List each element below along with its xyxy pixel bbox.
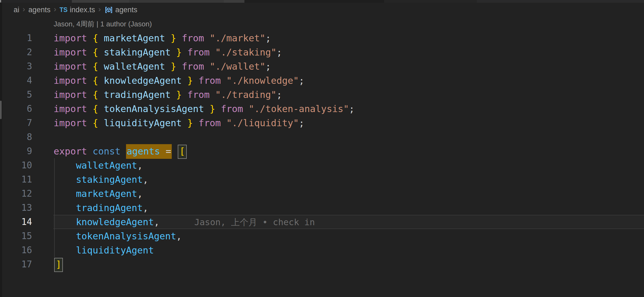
- word-occurrence-highlight: agents =: [126, 144, 172, 159]
- code-token: from: [182, 61, 210, 72]
- code-token: walletAgent: [76, 160, 137, 171]
- code-token: liquidityAgent: [76, 245, 154, 256]
- code-token: ;: [277, 89, 282, 100]
- code-line[interactable]: 13 tradingAgent,: [0, 201, 644, 215]
- code-token: stakingAgent: [104, 47, 171, 58]
- code-token: {: [93, 33, 104, 44]
- line-number: 9: [0, 144, 32, 158]
- line-number: 11: [0, 172, 32, 187]
- line-content: export const agents = [: [54, 144, 187, 158]
- tab-top[interactable]: [0, 0, 72, 3]
- code-editor[interactable]: Jason, 4周前 | 1 author (Jason) 1import { …: [0, 17, 644, 297]
- code-line[interactable]: 6import { tokenAnalysisAgent } from "./t…: [0, 102, 644, 116]
- code-token: ,: [137, 160, 143, 171]
- code-token: agents: [127, 146, 160, 157]
- code-token: "./wallet": [210, 61, 265, 72]
- tab-top[interactable]: [384, 0, 477, 3]
- line-content: tradingAgent,: [54, 201, 148, 215]
- line-content: knowledgeAgent,Jason, 上个月 • check in: [54, 215, 315, 229]
- tab-top[interactable]: [224, 0, 244, 3]
- code-line[interactable]: 14 knowledgeAgent,Jason, 上个月 • check in: [0, 215, 644, 229]
- line-content: ]: [54, 257, 63, 271]
- code-token: from: [187, 89, 215, 100]
- code-token: ;: [265, 33, 271, 44]
- line-number: 14: [0, 215, 32, 229]
- code-token: ,: [143, 202, 148, 213]
- code-token: from: [198, 75, 226, 86]
- code-token: [54, 174, 76, 185]
- code-token: tokenAnalysisAgent: [104, 103, 204, 114]
- tab-top[interactable]: [477, 0, 644, 3]
- code-token: "./market": [210, 33, 265, 44]
- code-token: }: [204, 103, 221, 114]
- code-token: ,: [137, 188, 143, 199]
- tab-top[interactable]: [244, 0, 384, 3]
- code-token: stakingAgent: [76, 174, 143, 185]
- code-line[interactable]: 4import { knowledgeAgent } from "./knowl…: [0, 73, 644, 88]
- code-token: }: [171, 47, 187, 58]
- code-line[interactable]: 9export const agents = [: [0, 144, 644, 158]
- line-number: 2: [0, 45, 32, 59]
- breadcrumb-item-agents-folder[interactable]: agents: [28, 6, 50, 14]
- code-line[interactable]: 17]: [0, 257, 644, 271]
- code-token: import: [54, 117, 93, 128]
- code-token: from: [187, 47, 215, 58]
- line-number: 16: [0, 243, 32, 257]
- tab-top[interactable]: [72, 0, 129, 3]
- tab-top[interactable]: [129, 0, 224, 3]
- left-edge-highlight: [0, 0, 1, 2]
- code-token: from: [221, 103, 249, 114]
- code-token: tokenAnalysisAgent: [76, 231, 176, 242]
- breadcrumb-item-ai[interactable]: ai: [14, 6, 19, 14]
- breadcrumb-item-index-ts[interactable]: TS index.ts: [60, 6, 95, 14]
- code-token: }: [171, 89, 187, 100]
- code-token: import: [54, 103, 93, 114]
- code-line[interactable]: 8: [0, 130, 644, 144]
- breadcrumb-item-agents-symbol[interactable]: agents: [104, 5, 137, 14]
- code-token: [172, 146, 177, 157]
- gitlens-authors-lens[interactable]: Jason, 4周前 | 1 author (Jason): [0, 17, 644, 31]
- code-token: knowledgeAgent: [104, 75, 182, 86]
- code-token: {: [93, 103, 104, 114]
- code-token: {: [93, 117, 104, 128]
- code-line[interactable]: 11 stakingAgent,: [0, 172, 644, 187]
- code-line[interactable]: 1import { marketAgent } from "./market";: [0, 31, 644, 45]
- symbol-array-icon: [104, 5, 113, 14]
- line-content: import { liquidityAgent } from "./liquid…: [54, 116, 304, 130]
- code-token: import: [54, 75, 93, 86]
- code-line[interactable]: 5import { tradingAgent } from "./trading…: [0, 88, 644, 102]
- line-content: stakingAgent,: [54, 172, 148, 187]
- code-line[interactable]: 10 walletAgent,: [0, 158, 644, 172]
- breadcrumb-label: agents: [115, 6, 137, 14]
- code-line[interactable]: 15 tokenAnalysisAgent,: [0, 229, 644, 243]
- line-number: 12: [0, 187, 32, 201]
- line-content: import { tokenAnalysisAgent } from "./to…: [54, 102, 354, 116]
- code-token: [54, 231, 76, 242]
- code-line[interactable]: 7import { liquidityAgent } from "./liqui…: [0, 116, 644, 130]
- code-token: ;: [299, 117, 304, 128]
- code-token: {: [93, 75, 104, 86]
- code-token: ,: [176, 231, 182, 242]
- code-token: ;: [299, 75, 304, 86]
- ts-file-icon: TS: [60, 6, 68, 14]
- code-token: ]: [56, 259, 61, 270]
- code-token: }: [165, 61, 182, 72]
- code-line[interactable]: 16 liquidityAgent: [0, 243, 644, 257]
- code-line[interactable]: 12 marketAgent,: [0, 187, 644, 201]
- code-token: tradingAgent: [76, 202, 143, 213]
- code-token: {: [93, 61, 104, 72]
- code-token: }: [182, 117, 198, 128]
- code-line[interactable]: 2import { stakingAgent } from "./staking…: [0, 45, 644, 59]
- code-token: "./token-analysis": [249, 103, 349, 114]
- line-number: 1: [0, 31, 32, 45]
- code-token: {: [93, 47, 104, 58]
- code-token: "./knowledge": [226, 75, 299, 86]
- line-number: 17: [0, 257, 32, 271]
- code-token: [54, 188, 76, 199]
- line-content: import { walletAgent } from "./wallet";: [54, 59, 271, 73]
- code-line[interactable]: 3import { walletAgent } from "./wallet";: [0, 59, 644, 73]
- code-token: const: [93, 146, 126, 157]
- code-token: marketAgent: [104, 33, 165, 44]
- code-token: knowledgeAgent: [76, 216, 154, 227]
- code-token: {: [93, 89, 104, 100]
